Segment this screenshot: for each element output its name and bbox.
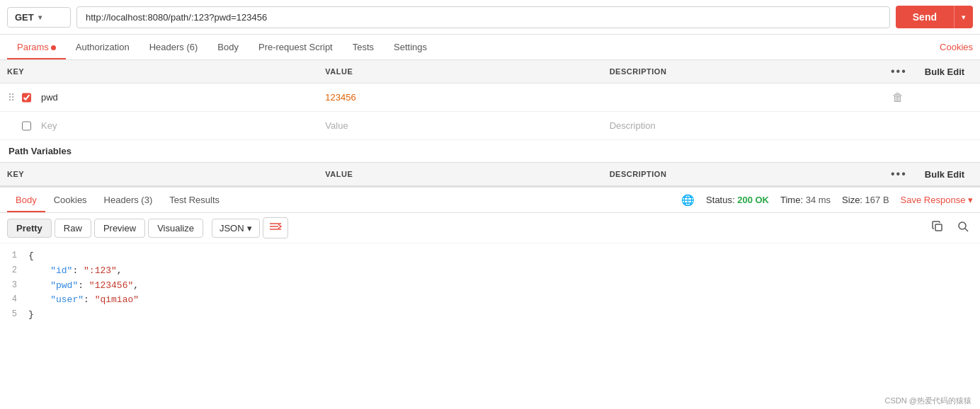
status-value: 200 OK — [737, 195, 769, 205]
line-number: 2 — [0, 264, 28, 279]
raw-button[interactable]: Raw — [55, 219, 91, 238]
code-line-1: 1 { — [0, 249, 980, 264]
method-chevron: ▾ — [38, 13, 42, 21]
row-checkbox[interactable] — [22, 93, 31, 103]
path-desc-col-header: DESCRIPTION — [603, 167, 887, 181]
line-number: 1 — [0, 249, 28, 264]
code-line-3: 3 "pwd": "123456", — [0, 279, 980, 294]
key-cell: pwd — [34, 88, 318, 107]
svg-line-5 — [965, 229, 968, 231]
path-more-options-button[interactable]: ••• — [887, 167, 909, 181]
code-viewer: 1 { 2 "id": ":123", 3 "pwd": "123456", 4… — [0, 243, 980, 328]
tab-pre-request[interactable]: Pre-request Script — [249, 35, 343, 59]
placeholder-row: ⠿ Key Value Description — [0, 112, 980, 140]
code-line-5: 5 } — [0, 308, 980, 323]
format-select[interactable]: JSON ▾ — [212, 219, 260, 238]
format-toolbar: Pretty Raw Preview Visualize JSON ▾ — [0, 213, 980, 243]
value-cell: 123456 — [318, 88, 602, 107]
preview-button[interactable]: Preview — [94, 219, 145, 238]
path-variables-header: Path Variables — [0, 140, 980, 163]
tab-headers[interactable]: Headers (6) — [139, 35, 208, 59]
placeholder-key[interactable]: Key — [34, 116, 318, 135]
placeholder-desc[interactable]: Description — [603, 116, 887, 135]
drag-handle[interactable]: ⠿ — [4, 92, 19, 103]
tab-tests[interactable]: Tests — [343, 35, 384, 59]
visualize-button[interactable]: Visualize — [148, 219, 203, 238]
placeholder-extra2 — [909, 122, 980, 130]
path-value-col-header: VALUE — [318, 167, 602, 181]
save-response-button[interactable]: Save Response ▾ — [901, 195, 973, 205]
top-bar: GET ▾ Send ▾ — [0, 0, 980, 35]
delete-row-button[interactable]: 🗑 — [887, 91, 909, 104]
send-button-wrapper: Send ▾ — [896, 6, 973, 28]
placeholder-extra — [887, 122, 909, 130]
time-value: 34 ms — [806, 195, 831, 205]
placeholder-value[interactable]: Value — [318, 116, 602, 135]
toolbar-right — [928, 218, 973, 238]
search-button[interactable] — [953, 218, 973, 238]
wrap-button[interactable] — [263, 217, 288, 238]
tab-params[interactable]: Params — [7, 35, 66, 59]
time-label: Time: — [780, 195, 803, 205]
bulk-edit-button[interactable]: Bulk Edit — [909, 64, 980, 79]
code-line-4: 4 "user": "qimiao" — [0, 293, 980, 308]
line-number: 5 — [0, 308, 28, 323]
request-tabs-row: Params Authorization Headers (6) Body Pr… — [0, 35, 980, 60]
params-dot — [51, 45, 56, 50]
response-meta: 🌐 Status: 200 OK Time: 34 ms Size: 167 B… — [681, 194, 973, 207]
response-tab-headers[interactable]: Headers (3) — [96, 188, 161, 212]
more-options-button[interactable]: ••• — [887, 64, 909, 79]
pretty-button[interactable]: Pretty — [7, 219, 52, 238]
response-tab-cookies[interactable]: Cookies — [45, 188, 96, 212]
size-value: 167 B — [865, 195, 889, 205]
path-bulk-edit-button[interactable]: Bulk Edit — [909, 167, 980, 181]
response-tab-body[interactable]: Body — [7, 188, 45, 212]
key-col-header: KEY — [0, 64, 318, 79]
path-key-col-header: KEY — [0, 167, 318, 181]
method-selector[interactable]: GET ▾ — [7, 7, 71, 28]
path-vars-header: KEY VALUE DESCRIPTION ••• Bulk Edit — [0, 163, 980, 186]
value-col-header: VALUE — [318, 64, 602, 79]
table-row: ⠿ pwd 123456 🗑 — [0, 83, 980, 112]
send-dropdown-button[interactable]: ▾ — [954, 6, 973, 28]
row-actions: 🗑 — [887, 91, 909, 104]
response-tab-test-results[interactable]: Test Results — [161, 188, 228, 212]
footer-text: CSDN @热爱代码的猿猿 — [885, 396, 972, 405]
method-text: GET — [15, 12, 34, 23]
query-params-header: KEY VALUE DESCRIPTION ••• Bulk Edit — [0, 60, 980, 83]
tab-body[interactable]: Body — [207, 35, 249, 59]
url-input[interactable] — [76, 6, 890, 28]
line-number: 4 — [0, 293, 28, 308]
desc-col-header: DESCRIPTION — [603, 64, 887, 79]
tab-authorization[interactable]: Authorization — [66, 35, 139, 59]
tab-settings[interactable]: Settings — [384, 35, 437, 59]
placeholder-checkbox-cell: ⠿ — [0, 116, 34, 136]
line-number: 3 — [0, 279, 28, 294]
send-button[interactable]: Send — [896, 6, 954, 28]
cookies-link[interactable]: Cookies — [940, 42, 973, 52]
desc-cell — [603, 93, 887, 102]
svg-point-4 — [959, 222, 966, 229]
globe-icon: 🌐 — [681, 194, 695, 207]
row-extra — [909, 93, 980, 102]
code-line-2: 2 "id": ":123", — [0, 264, 980, 279]
status-label: Status: — [706, 195, 734, 205]
size-label: Size: — [842, 195, 862, 205]
row-checkbox-cell: ⠿ — [0, 88, 34, 108]
footer: CSDN @热爱代码的猿猿 — [877, 393, 980, 409]
svg-rect-3 — [935, 224, 942, 231]
response-tabs-row: Body Cookies Headers (3) Test Results 🌐 … — [0, 186, 980, 213]
placeholder-checkbox[interactable] — [22, 121, 31, 131]
copy-button[interactable] — [928, 218, 947, 238]
